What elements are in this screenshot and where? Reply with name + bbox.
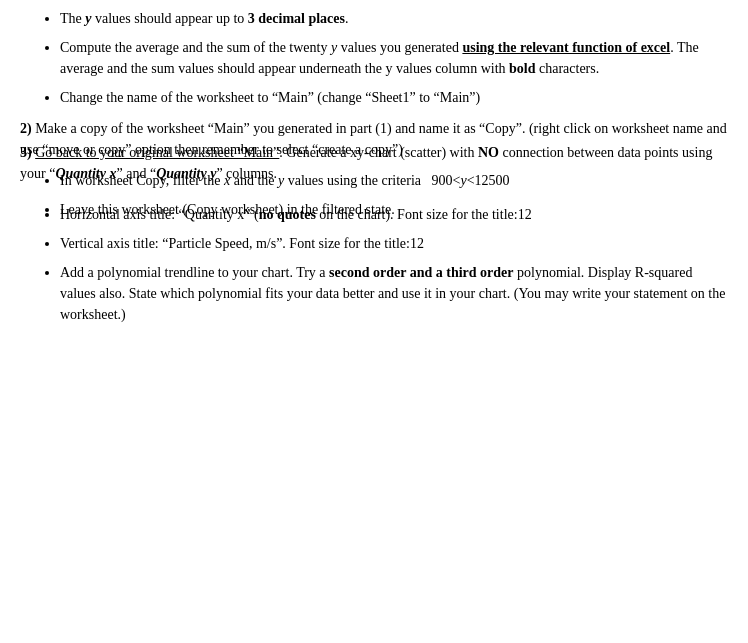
text-period-1: .	[345, 11, 349, 26]
list-item-1-1: The y values should appear up to 3 decim…	[60, 8, 728, 29]
text-on-chart: on the chart). Font size for the title:1…	[316, 207, 532, 222]
text-second-third-order: second order and a third order	[329, 265, 513, 280]
text-horizontal-axis: Horizontal axis title: “Quantity x” (	[60, 207, 259, 222]
text-NO: NO	[478, 145, 499, 160]
list-item-3-3: Add a polynomial trendline to your chart…	[60, 262, 728, 325]
text-compute-start: Compute the average and the sum of the t…	[60, 40, 331, 55]
text-bold-label: bold	[509, 61, 535, 76]
text-filter-criteria: values using the criteria 900<y<12500	[284, 173, 509, 188]
text-relevant-function: using the relevant function of excel	[462, 40, 670, 55]
text-quantity-y: Quantity y	[156, 166, 216, 181]
text-values-generated: values you generated	[337, 40, 462, 55]
text-add-polynomial-start: Add a polynomial trendline to your chart…	[60, 265, 329, 280]
section-2: 2) Make a copy of the worksheet “Main” y…	[20, 118, 728, 128]
text-change-name: Change the name of the worksheet to “Mai…	[60, 90, 480, 105]
text-quantity-x: Quantity x	[55, 166, 116, 181]
section-3-bold: 3)	[20, 145, 32, 160]
text-generate-chart: . Generate a xy-chart (scatter) with	[279, 145, 478, 160]
text-vertical-axis: Vertical axis title: “Particle Speed, m/…	[60, 236, 424, 251]
list-item-1-2: Compute the average and the sum of the t…	[60, 37, 728, 79]
page-content: The y values should appear up to 3 decim…	[20, 8, 728, 325]
text-3-decimal: 3 decimal places	[248, 11, 345, 26]
text-columns: ” columns.	[216, 166, 277, 181]
text-characters: characters.	[536, 61, 600, 76]
section-2-bold: 2)	[20, 121, 32, 136]
list-item-3-2: Vertical axis title: “Particle Speed, m/…	[60, 233, 728, 254]
list-item-1-3: Change the name of the worksheet to “Mai…	[60, 87, 728, 108]
text-values-decimal: values should appear up to	[91, 11, 247, 26]
text-the: The	[60, 11, 85, 26]
text-go-back-underline: Go back to your original worksheet “Main…	[35, 145, 279, 160]
bullet-list-3: Horizontal axis title: “Quantity x” (no …	[60, 204, 728, 325]
bullet-list-1: The y values should appear up to 3 decim…	[60, 8, 728, 108]
text-no-quotes: no quotes	[259, 207, 316, 222]
list-item-3-1: Horizontal axis title: “Quantity x” (no …	[60, 204, 728, 225]
text-and-quote: ” and “	[116, 166, 156, 181]
